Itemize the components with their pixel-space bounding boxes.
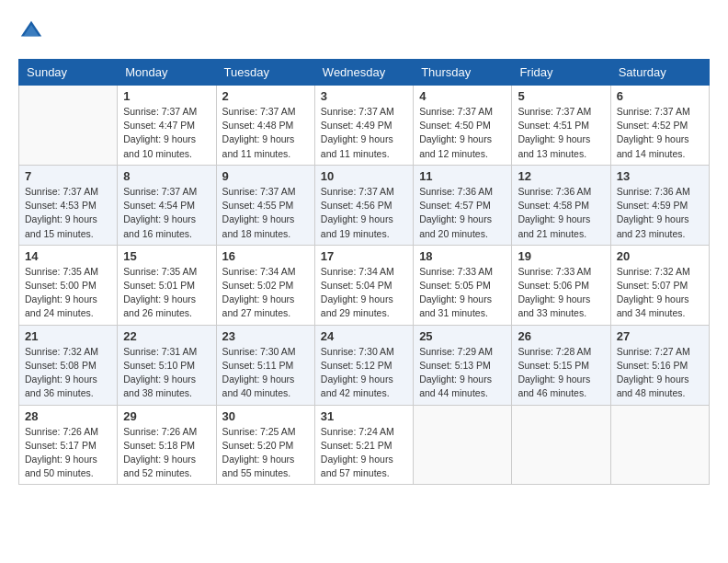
day-info: Sunrise: 7:34 AMSunset: 5:02 PMDaylight:… [222, 265, 309, 321]
day-number: 7 [25, 169, 111, 183]
calendar-cell: 26Sunrise: 7:28 AMSunset: 5:15 PMDayligh… [512, 325, 610, 405]
calendar-cell [19, 86, 118, 166]
day-number: 10 [321, 169, 407, 183]
weekday-header-saturday: Saturday [610, 60, 709, 86]
day-info: Sunrise: 7:36 AMSunset: 4:57 PMDaylight:… [419, 185, 506, 241]
calendar-cell: 23Sunrise: 7:30 AMSunset: 5:11 PMDayligh… [216, 325, 314, 405]
calendar-cell: 24Sunrise: 7:30 AMSunset: 5:12 PMDayligh… [314, 325, 413, 405]
calendar-cell: 13Sunrise: 7:36 AMSunset: 4:59 PMDayligh… [610, 165, 709, 245]
calendar-cell: 16Sunrise: 7:34 AMSunset: 5:02 PMDayligh… [216, 245, 314, 325]
day-number: 18 [419, 249, 506, 263]
day-info: Sunrise: 7:37 AMSunset: 4:51 PMDaylight:… [518, 105, 604, 161]
day-info: Sunrise: 7:29 AMSunset: 5:13 PMDaylight:… [419, 345, 506, 401]
calendar-cell: 17Sunrise: 7:34 AMSunset: 5:04 PMDayligh… [314, 245, 413, 325]
calendar-cell [512, 405, 610, 485]
day-number: 13 [617, 169, 703, 183]
day-info: Sunrise: 7:37 AMSunset: 4:54 PMDaylight:… [123, 185, 210, 241]
day-number: 11 [419, 169, 506, 183]
day-number: 23 [222, 329, 309, 343]
calendar-cell: 28Sunrise: 7:26 AMSunset: 5:17 PMDayligh… [19, 405, 118, 485]
day-info: Sunrise: 7:37 AMSunset: 4:48 PMDaylight:… [222, 105, 309, 161]
calendar-cell: 6Sunrise: 7:37 AMSunset: 4:52 PMDaylight… [610, 86, 709, 166]
logo [18, 18, 48, 44]
calendar-cell: 22Sunrise: 7:31 AMSunset: 5:10 PMDayligh… [118, 325, 216, 405]
calendar-week-row: 28Sunrise: 7:26 AMSunset: 5:17 PMDayligh… [19, 405, 710, 485]
logo-icon [18, 18, 44, 44]
calendar-week-row: 7Sunrise: 7:37 AMSunset: 4:53 PMDaylight… [19, 165, 710, 245]
day-number: 16 [222, 249, 309, 263]
calendar-cell: 9Sunrise: 7:37 AMSunset: 4:55 PMDaylight… [216, 165, 314, 245]
day-info: Sunrise: 7:35 AMSunset: 5:01 PMDaylight:… [123, 265, 210, 321]
calendar-week-row: 1Sunrise: 7:37 AMSunset: 4:47 PMDaylight… [19, 86, 710, 166]
day-number: 28 [25, 409, 111, 423]
day-number: 3 [321, 89, 407, 103]
calendar-cell: 1Sunrise: 7:37 AMSunset: 4:47 PMDaylight… [118, 86, 216, 166]
calendar-cell: 7Sunrise: 7:37 AMSunset: 4:53 PMDaylight… [19, 165, 118, 245]
day-number: 8 [123, 169, 210, 183]
day-number: 22 [123, 329, 210, 343]
day-info: Sunrise: 7:31 AMSunset: 5:10 PMDaylight:… [123, 345, 210, 401]
day-info: Sunrise: 7:24 AMSunset: 5:21 PMDaylight:… [321, 425, 407, 481]
day-info: Sunrise: 7:30 AMSunset: 5:12 PMDaylight:… [321, 345, 407, 401]
calendar-cell: 10Sunrise: 7:37 AMSunset: 4:56 PMDayligh… [314, 165, 413, 245]
day-info: Sunrise: 7:34 AMSunset: 5:04 PMDaylight:… [321, 265, 407, 321]
calendar-week-row: 21Sunrise: 7:32 AMSunset: 5:08 PMDayligh… [19, 325, 710, 405]
day-number: 17 [321, 249, 407, 263]
page-header [18, 18, 710, 44]
calendar-cell: 20Sunrise: 7:32 AMSunset: 5:07 PMDayligh… [610, 245, 709, 325]
weekday-header-wednesday: Wednesday [314, 60, 413, 86]
day-info: Sunrise: 7:32 AMSunset: 5:07 PMDaylight:… [617, 265, 703, 321]
day-info: Sunrise: 7:35 AMSunset: 5:00 PMDaylight:… [25, 265, 111, 321]
day-info: Sunrise: 7:32 AMSunset: 5:08 PMDaylight:… [25, 345, 111, 401]
day-number: 21 [25, 329, 111, 343]
calendar-cell: 19Sunrise: 7:33 AMSunset: 5:06 PMDayligh… [512, 245, 610, 325]
calendar-cell: 14Sunrise: 7:35 AMSunset: 5:00 PMDayligh… [19, 245, 118, 325]
weekday-header-sunday: Sunday [19, 60, 118, 86]
day-number: 30 [222, 409, 309, 423]
day-info: Sunrise: 7:28 AMSunset: 5:15 PMDaylight:… [518, 345, 604, 401]
day-number: 14 [25, 249, 111, 263]
day-info: Sunrise: 7:27 AMSunset: 5:16 PMDaylight:… [617, 345, 703, 401]
day-number: 12 [518, 169, 604, 183]
day-number: 2 [222, 89, 309, 103]
day-info: Sunrise: 7:37 AMSunset: 4:52 PMDaylight:… [617, 105, 703, 161]
weekday-header-monday: Monday [118, 60, 216, 86]
day-number: 19 [518, 249, 604, 263]
day-number: 27 [617, 329, 703, 343]
day-info: Sunrise: 7:26 AMSunset: 5:17 PMDaylight:… [25, 425, 111, 481]
calendar-cell: 25Sunrise: 7:29 AMSunset: 5:13 PMDayligh… [414, 325, 512, 405]
day-info: Sunrise: 7:36 AMSunset: 4:58 PMDaylight:… [518, 185, 604, 241]
day-number: 15 [123, 249, 210, 263]
day-number: 6 [617, 89, 703, 103]
day-number: 25 [419, 329, 506, 343]
calendar-cell [414, 405, 512, 485]
day-info: Sunrise: 7:37 AMSunset: 4:53 PMDaylight:… [25, 185, 111, 241]
calendar-cell: 29Sunrise: 7:26 AMSunset: 5:18 PMDayligh… [118, 405, 216, 485]
calendar-cell: 11Sunrise: 7:36 AMSunset: 4:57 PMDayligh… [414, 165, 512, 245]
calendar-cell [610, 405, 709, 485]
weekday-header-tuesday: Tuesday [216, 60, 314, 86]
weekday-header-friday: Friday [512, 60, 610, 86]
day-info: Sunrise: 7:37 AMSunset: 4:56 PMDaylight:… [321, 185, 407, 241]
day-info: Sunrise: 7:37 AMSunset: 4:50 PMDaylight:… [419, 105, 506, 161]
day-number: 31 [321, 409, 407, 423]
calendar-cell: 27Sunrise: 7:27 AMSunset: 5:16 PMDayligh… [610, 325, 709, 405]
day-info: Sunrise: 7:25 AMSunset: 5:20 PMDaylight:… [222, 425, 309, 481]
day-info: Sunrise: 7:37 AMSunset: 4:49 PMDaylight:… [321, 105, 407, 161]
day-number: 9 [222, 169, 309, 183]
day-number: 4 [419, 89, 506, 103]
calendar-cell: 12Sunrise: 7:36 AMSunset: 4:58 PMDayligh… [512, 165, 610, 245]
day-info: Sunrise: 7:30 AMSunset: 5:11 PMDaylight:… [222, 345, 309, 401]
calendar-cell: 18Sunrise: 7:33 AMSunset: 5:05 PMDayligh… [414, 245, 512, 325]
day-number: 20 [617, 249, 703, 263]
weekday-header-row: SundayMondayTuesdayWednesdayThursdayFrid… [19, 60, 710, 86]
calendar-cell: 5Sunrise: 7:37 AMSunset: 4:51 PMDaylight… [512, 86, 610, 166]
day-number: 29 [123, 409, 210, 423]
day-info: Sunrise: 7:37 AMSunset: 4:47 PMDaylight:… [123, 105, 210, 161]
day-number: 1 [123, 89, 210, 103]
calendar-cell: 15Sunrise: 7:35 AMSunset: 5:01 PMDayligh… [118, 245, 216, 325]
day-info: Sunrise: 7:33 AMSunset: 5:06 PMDaylight:… [518, 265, 604, 321]
day-info: Sunrise: 7:36 AMSunset: 4:59 PMDaylight:… [617, 185, 703, 241]
calendar-cell: 3Sunrise: 7:37 AMSunset: 4:49 PMDaylight… [314, 86, 413, 166]
day-info: Sunrise: 7:37 AMSunset: 4:55 PMDaylight:… [222, 185, 309, 241]
